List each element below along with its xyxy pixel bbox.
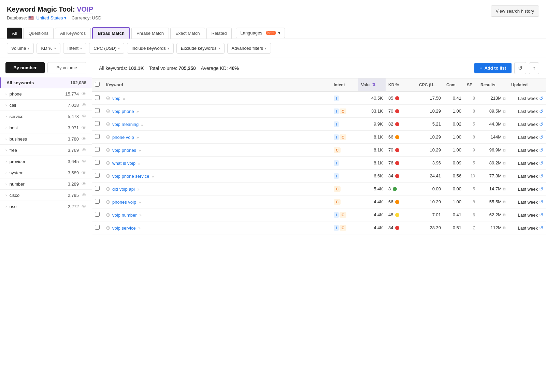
row-checkbox[interactable] [95,225,100,230]
database-link[interactable]: United States ▾ [37,15,68,20]
tab-all-keywords[interactable]: All Keywords [55,28,91,39]
tab-related[interactable]: Related [206,28,232,39]
keyword-link[interactable]: phones voip [112,200,136,205]
eye-icon[interactable]: 👁 [82,114,86,119]
row-checkbox[interactable] [95,95,100,100]
languages-tab[interactable]: Languages beta ▾ [236,28,285,38]
copy-icon[interactable]: ⧉ [503,109,506,114]
add-keyword-icon[interactable]: ⊕ [106,199,110,205]
add-keyword-icon[interactable]: ⊕ [106,173,110,179]
refresh-button[interactable]: ↺ [514,62,526,74]
keyword-expand-icon[interactable]: » [135,135,139,140]
select-all-checkbox[interactable] [95,82,100,87]
refresh-row-icon[interactable]: ↺ [539,212,543,218]
add-keyword-icon[interactable]: ⊕ [106,134,110,140]
refresh-row-icon[interactable]: ↺ [539,96,543,101]
keyword-expand-icon[interactable]: » [138,148,141,153]
keyword-expand-icon[interactable]: » [136,187,140,192]
tab-phrase-match[interactable]: Phrase Match [131,28,169,39]
row-checkbox[interactable] [95,173,100,178]
eye-icon[interactable]: 👁 [82,204,86,209]
keyword-expand-icon[interactable]: » [122,96,125,101]
sf-link[interactable]: 8 [473,96,475,101]
sidebar-item-system[interactable]: › system 3,589 👁 [0,167,92,178]
tab-all[interactable]: All [7,28,22,39]
row-checkbox[interactable] [95,199,100,204]
copy-icon[interactable]: ⧉ [503,187,506,191]
sf-link[interactable]: 9 [473,148,475,153]
add-keyword-icon[interactable]: ⊕ [106,160,110,166]
sf-link[interactable]: 8 [473,135,475,140]
row-checkbox[interactable] [95,121,100,126]
sf-col-header[interactable]: SF [464,78,478,91]
select-all-header[interactable] [92,78,103,91]
intent-col-header[interactable]: Intent [331,78,358,91]
eye-icon[interactable]: 👁 [82,125,86,130]
keyword-link[interactable]: voip phone service [112,174,149,179]
volume-col-header[interactable]: Volu ⇅ [358,78,386,91]
refresh-row-icon[interactable]: ↺ [539,225,543,231]
kd-col-header[interactable]: KD % [386,78,416,91]
keyword-expand-icon[interactable]: » [137,226,141,231]
eye-icon[interactable]: 👁 [82,136,86,142]
com-col-header[interactable]: Com. [444,78,464,91]
keyword-link[interactable]: phone voip [112,135,134,140]
keyword-link[interactable]: did voip api [112,187,135,192]
sidebar-item-best[interactable]: › best 3,971 👁 [0,122,92,133]
copy-icon[interactable]: ⧉ [503,226,506,230]
view-history-button[interactable]: View search history [491,5,539,17]
row-checkbox[interactable] [95,186,100,191]
refresh-row-icon[interactable]: ↺ [539,108,543,114]
refresh-row-icon[interactable]: ↺ [539,134,543,140]
sidebar-item-provider[interactable]: › provider 3,645 👁 [0,156,92,167]
sf-link[interactable]: 5 [473,187,475,191]
refresh-row-icon[interactable]: ↺ [539,173,543,179]
row-checkbox[interactable] [95,147,100,152]
copy-icon[interactable]: ⧉ [503,96,506,101]
row-checkbox[interactable] [95,212,100,217]
copy-icon[interactable]: ⧉ [503,148,506,153]
refresh-row-icon[interactable]: ↺ [539,147,543,153]
keyword-link[interactable]: voip service [112,226,136,231]
add-keyword-icon[interactable]: ⊕ [106,147,110,153]
copy-icon[interactable]: ⧉ [503,135,506,140]
add-keyword-icon[interactable]: ⊕ [106,95,110,101]
keyword-link[interactable]: voip phones [112,148,136,153]
add-keyword-icon[interactable]: ⊕ [106,121,110,127]
cpc-col-header[interactable]: CPC (U... [416,78,444,91]
refresh-row-icon[interactable]: ↺ [539,186,543,192]
row-checkbox[interactable] [95,108,100,113]
sidebar-item-phone[interactable]: › phone 15,774 👁 [0,88,92,100]
eye-icon[interactable]: 👁 [82,159,86,164]
refresh-row-icon[interactable]: ↺ [539,160,543,166]
keyword-link[interactable]: voip number [112,213,137,218]
filter-advanced[interactable]: Advanced filters ▾ [227,43,271,54]
sidebar-item-call[interactable]: › call 7,018 👁 [0,100,92,111]
row-checkbox[interactable] [95,134,100,139]
eye-icon[interactable]: 👁 [82,192,86,198]
keyword-expand-icon[interactable]: » [138,213,142,218]
copy-icon[interactable]: ⧉ [503,161,506,165]
sf-link[interactable]: 5 [473,161,475,165]
eye-icon[interactable]: 👁 [82,91,86,97]
updated-col-header[interactable]: Updated [508,78,546,91]
sf-link[interactable]: 5 [473,122,475,127]
sf-link[interactable]: 10 [471,174,475,178]
keyword-expand-icon[interactable]: » [135,109,139,114]
filter-cpc[interactable]: CPC (USD) ▾ [89,43,124,54]
tab-questions[interactable]: Questions [23,28,54,39]
keyword-expand-icon[interactable]: » [140,122,143,127]
eye-icon[interactable]: 👁 [82,147,86,153]
eye-icon[interactable]: 👁 [82,102,86,108]
sidebar-item-business[interactable]: › business 3,780 👁 [0,133,92,145]
row-checkbox[interactable] [95,160,100,165]
sidebar-item-all[interactable]: All keywords 102,088 [0,77,92,88]
results-col-header[interactable]: Results [478,78,508,91]
sf-link[interactable]: 6 [473,213,475,217]
keyword-expand-icon[interactable]: » [150,174,154,179]
refresh-row-icon[interactable]: ↺ [539,121,543,127]
copy-icon[interactable]: ⧉ [503,200,506,204]
filter-intent[interactable]: Intent ▾ [63,43,87,54]
filter-kd[interactable]: KD % ▾ [37,43,60,54]
eye-icon[interactable]: 👁 [82,181,86,187]
